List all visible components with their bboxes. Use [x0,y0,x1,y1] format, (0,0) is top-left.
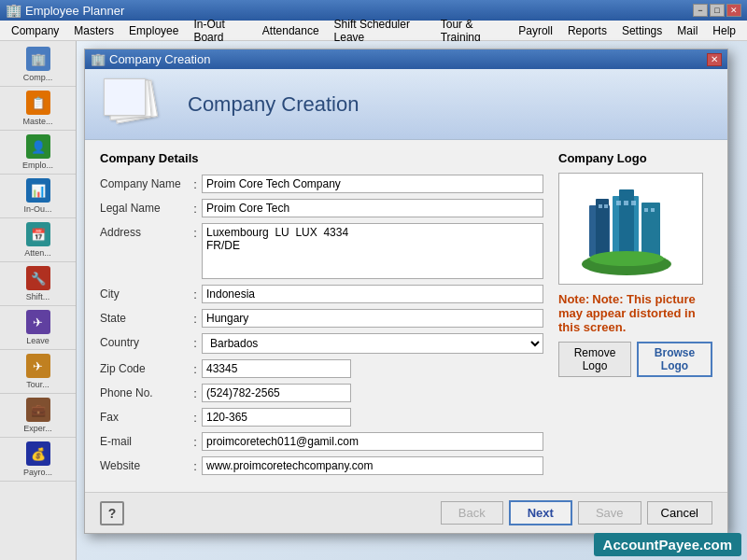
svg-rect-11 [651,208,655,212]
menu-masters[interactable]: Masters [66,22,121,39]
help-button[interactable]: ? [100,501,124,525]
sidebar-item-company[interactable]: 🏢 Comp... [0,43,76,87]
sidebar-item-leave[interactable]: ✈ Leave [0,306,76,350]
menubar: Company Masters Employee In-Out Board At… [0,21,747,41]
logo-section: Company Logo [558,151,712,481]
save-button[interactable]: Save [578,501,641,525]
maximize-button[interactable]: □ [710,4,725,17]
input-legal-name[interactable] [202,199,543,217]
sidebar-item-shift[interactable]: 🔧 Shift... [0,262,76,306]
form-row-city: City : [100,285,543,303]
sidebar-label-expense: Exper... [23,424,52,433]
label-legal-name: Legal Name [100,199,189,215]
company-icon: 🏢 [26,47,50,71]
form-row-company-name: Company Name : [100,175,543,193]
input-zip[interactable] [202,359,351,378]
sidebar-item-masters[interactable]: 📋 Maste... [0,87,76,131]
sidebar-label-shift: Shift... [26,292,50,301]
dialog-main-title: Company Creation [188,92,359,117]
leave-icon: ✈ [26,310,50,334]
svg-rect-6 [604,204,608,208]
dialog-titlebar: 🏢 Company Creation ✕ [85,49,727,69]
minimize-button[interactable]: − [693,4,708,17]
browse-logo-button[interactable]: Browse Logo [637,342,712,377]
attendance-icon: 📅 [26,222,50,246]
sidebar-item-payroll[interactable]: 💰 Payro... [0,438,76,482]
input-phone[interactable] [202,384,351,402]
logo-note: Note: Note: This picture may appear dist… [558,292,712,334]
dialog-title: Company Creation [109,52,210,66]
input-state[interactable] [202,309,543,328]
sidebar-label-tour: Tour... [26,380,49,389]
employee-icon: 👤 [26,134,50,159]
menu-mail[interactable]: Mail [669,22,705,39]
watermark: AccountPayee.com [594,533,741,556]
company-creation-dialog: 🏢 Company Creation ✕ Company Creation [84,49,728,534]
menu-settings[interactable]: Settings [614,22,669,39]
menu-reports[interactable]: Reports [560,22,614,39]
titlebar-controls: − □ ✕ [693,4,741,17]
next-button[interactable]: Next [509,500,572,525]
dialog-footer: ? Back Next Save Cancel [85,492,727,533]
remove-logo-button[interactable]: Remove Logo [558,342,631,377]
form-row-phone: Phone No. : [100,384,543,402]
input-fax[interactable] [202,408,351,427]
dialog-body: Company Details Company Name : Legal Nam… [85,140,727,492]
sidebar-label-payroll: Payro... [23,468,52,477]
svg-rect-3 [619,189,634,257]
label-address: Address [100,223,189,239]
form-row-state: State : [100,309,543,328]
sidebar-item-tour[interactable]: ✈ Tour... [0,350,76,394]
textarea-address[interactable]: Luxembourg LU LUX 4334 FR/DE [202,223,543,279]
sidebar-label-attendance: Atten... [24,248,51,258]
sidebar: 🏢 Comp... 📋 Maste... 👤 Emplo... 📊 In-Ou.… [0,41,77,560]
form-section: Company Details Company Name : Legal Nam… [100,151,543,481]
sidebar-item-expense[interactable]: 💼 Exper... [0,394,76,438]
menu-company[interactable]: Company [4,22,66,39]
label-company-name: Company Name [100,175,189,190]
input-company-name[interactable] [202,175,543,193]
logo-note-bold: Note: [558,292,589,306]
svg-point-13 [589,251,664,266]
main-area: 🏢 Comp... 📋 Maste... 👤 Emplo... 📊 In-Ou.… [0,41,747,560]
svg-rect-7 [616,201,621,205]
label-phone: Phone No. [100,384,189,399]
dialog-header: Company Creation [85,69,727,140]
company-logo-image [575,182,687,275]
menu-help[interactable]: Help [705,22,743,39]
label-zip: Zip Code [100,359,189,375]
input-email[interactable] [202,432,543,451]
label-state: State [100,309,189,325]
svg-rect-9 [631,201,636,205]
label-country: Country [100,333,189,349]
dialog-close-button[interactable]: ✕ [707,53,722,66]
expense-icon: 💼 [26,398,50,422]
form-row-country: Country : Barbados [100,333,543,354]
shift-icon: 🔧 [26,266,50,290]
back-button[interactable]: Back [441,501,503,525]
label-fax: Fax [100,408,189,424]
app-title: Employee Planner [25,4,124,18]
label-email: E-mail [100,432,189,448]
dialog-header-icon [104,78,169,130]
form-row-address: Address : Luxembourg LU LUX 4334 FR/DE [100,223,543,279]
sidebar-label-company: Comp... [23,73,53,82]
svg-rect-10 [644,208,648,212]
tour-icon: ✈ [26,354,50,378]
form-row-fax: Fax : [100,408,543,427]
label-city: City [100,285,189,301]
menu-attendance[interactable]: Attendance [255,22,327,39]
menu-payroll[interactable]: Payroll [511,22,560,39]
input-website[interactable] [202,456,543,475]
sidebar-item-attendance[interactable]: 📅 Atten... [0,218,76,262]
cancel-button[interactable]: Cancel [647,501,712,525]
sidebar-label-masters: Maste... [22,117,52,126]
form-row-legal-name: Legal Name : [100,199,543,217]
form-title: Company Details [100,151,543,165]
close-button[interactable]: ✕ [726,4,741,17]
select-country[interactable]: Barbados [202,333,543,354]
menu-employee[interactable]: Employee [121,22,186,39]
input-city[interactable] [202,285,543,303]
sidebar-item-inout[interactable]: 📊 In-Ou... [0,175,76,218]
sidebar-item-employee[interactable]: 👤 Emplo... [0,131,76,175]
